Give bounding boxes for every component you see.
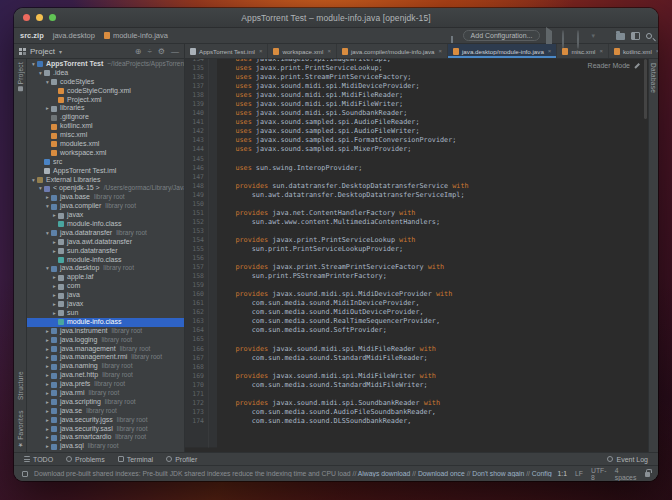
tree-item[interactable]: kotlinc.xml	[27, 122, 184, 131]
tree-item[interactable]: module-info.class	[27, 318, 184, 327]
tree-item[interactable]: misc.xml	[27, 131, 184, 140]
tree-item[interactable]: module-info.class	[27, 256, 184, 265]
editor-scrollbar[interactable]	[644, 59, 647, 119]
project-structure-icon[interactable]	[616, 33, 625, 40]
expand-arrow-icon[interactable]: ▸	[44, 193, 51, 202]
tree-item[interactable]: ▸com	[27, 282, 184, 291]
status-link[interactable]: Don't show again	[472, 470, 524, 477]
tree-item[interactable]: ▾< openjdk-15 >/Users/egormac/Library/Ja…	[27, 184, 184, 193]
search-everywhere-icon[interactable]	[646, 33, 652, 39]
tool-tab-favorites[interactable]: ★Favorites	[17, 410, 24, 449]
status-link[interactable]: Download once	[418, 470, 465, 477]
expand-arrow-icon[interactable]: ▾	[44, 264, 51, 273]
add-configuration-button[interactable]: Add Configuration...	[463, 30, 541, 41]
locate-file-icon[interactable]: ⊕	[135, 47, 142, 56]
tree-item[interactable]: Project.xml	[27, 96, 184, 105]
build-hammer-icon[interactable]	[448, 31, 457, 40]
breadcrumb-item[interactable]: java.desktop	[53, 31, 95, 40]
close-tab-icon[interactable]: ×	[548, 48, 552, 54]
status-link[interactable]: Configure...	[532, 470, 552, 477]
tree-item[interactable]: ▾codeStyles	[27, 78, 184, 87]
caret-position[interactable]: 1:1	[558, 470, 567, 477]
tree-item[interactable]: ▸java.instrumentlibrary root	[27, 327, 184, 336]
expand-arrow-icon[interactable]: ▾	[44, 229, 51, 238]
expand-arrow-icon[interactable]: ▸	[51, 273, 58, 282]
expand-arrow-icon[interactable]: ▸	[44, 389, 51, 398]
editor-tab[interactable]: kotlinc.xml×	[609, 44, 658, 58]
expand-arrow-icon[interactable]: ▸	[44, 433, 51, 442]
event-log-button[interactable]: Event Log	[607, 456, 648, 463]
debug-icon[interactable]	[561, 31, 570, 40]
tree-item[interactable]: ▸java.prefslibrary root	[27, 380, 184, 389]
tree-item[interactable]: ▾java.desktoplibrary root	[27, 264, 184, 273]
tree-item[interactable]: ▸java.scriptinglibrary root	[27, 398, 184, 407]
hide-panel-icon[interactable]: —	[171, 47, 179, 56]
expand-arrow-icon[interactable]: ▸	[51, 300, 58, 309]
tree-item[interactable]: ▸apple.laf	[27, 273, 184, 282]
tree-item[interactable]: ▸java.logginglibrary root	[27, 336, 184, 345]
layout-icon[interactable]	[631, 32, 640, 40]
expand-arrow-icon[interactable]: ▸	[44, 425, 51, 434]
close-tab-icon[interactable]: ×	[599, 48, 603, 54]
expand-arrow-icon[interactable]: ▸	[44, 416, 51, 425]
expand-arrow-icon[interactable]: ▾	[44, 78, 51, 87]
tree-item[interactable]: ▾External Libraries	[27, 176, 184, 185]
expand-arrow-icon[interactable]: ▸	[44, 353, 51, 362]
expand-arrow-icon[interactable]: ▾	[30, 176, 37, 185]
tree-item[interactable]: ▾java.datatransferlibrary root	[27, 229, 184, 238]
tree-item[interactable]: ▸java.selibrary root	[27, 407, 184, 416]
expand-arrow-icon[interactable]: ▾	[37, 184, 44, 193]
code-editor[interactable]: 1341351361371381391401411421431441451461…	[185, 59, 648, 452]
tree-item[interactable]: ▸sun	[27, 309, 184, 318]
tree-item[interactable]: ▸libraries	[27, 104, 184, 113]
lock-icon[interactable]	[645, 472, 650, 477]
chevron-down-icon[interactable]: ▾	[591, 31, 595, 40]
line-ending-widget[interactable]: LF	[575, 470, 583, 477]
indent-widget[interactable]: 4 spaces	[615, 467, 637, 481]
tool-window-button-profiler[interactable]: Profiler	[166, 456, 197, 463]
tree-item[interactable]: src	[27, 158, 184, 167]
code-content[interactable]: uses javax.imageio.spi.ImageWriterSpi; u…	[217, 59, 648, 448]
coverage-icon[interactable]	[576, 31, 585, 40]
tree-item[interactable]: ▸java.net.httplibrary root	[27, 371, 184, 380]
tree-item[interactable]: ▸sun.datatransfer	[27, 247, 184, 256]
tree-item[interactable]: ▸java.management.rmilibrary root	[27, 353, 184, 362]
editor-tab[interactable]: misc.xml×	[557, 44, 609, 58]
status-link[interactable]: Always download	[358, 470, 411, 477]
close-tab-icon[interactable]: ×	[656, 48, 658, 54]
editor-tab[interactable]: java.compiler/module-info.java×	[337, 44, 448, 58]
encoding-widget[interactable]: UTF-8	[591, 467, 607, 481]
settings-gear-icon[interactable]: ⚙	[158, 47, 165, 56]
project-panel-header[interactable]: Project ▾ ⊕ ÷ ⚙ —	[14, 44, 185, 58]
expand-arrow-icon[interactable]: ▸	[51, 238, 58, 247]
tree-item[interactable]: ▸javax	[27, 211, 184, 220]
tree-item[interactable]: ▸java.rmilibrary root	[27, 389, 184, 398]
expand-arrow-icon[interactable]: ▸	[51, 309, 58, 318]
expand-arrow-icon[interactable]: ▾	[44, 202, 51, 211]
breadcrumb-item[interactable]: src.zip	[20, 31, 44, 40]
expand-arrow-icon[interactable]: ▸	[44, 327, 51, 336]
expand-arrow-icon[interactable]: ▸	[51, 247, 58, 256]
expand-arrow-icon[interactable]: ▸	[44, 442, 51, 451]
close-tab-icon[interactable]: ×	[327, 48, 331, 54]
tree-item[interactable]: ▾AppsTorrent Test~/IdeaProjects/AppsTorr…	[27, 60, 184, 69]
tool-tab-structure[interactable]: Structure	[17, 371, 24, 400]
tree-item[interactable]: ▸java.sqllibrary root	[27, 442, 184, 451]
expand-arrow-icon[interactable]: ▾	[37, 69, 44, 78]
expand-arrow-icon[interactable]: ▸	[51, 291, 58, 300]
expand-arrow-icon[interactable]: ▸	[44, 371, 51, 380]
close-tab-icon[interactable]: ×	[259, 48, 263, 54]
run-icon[interactable]	[546, 31, 555, 40]
tree-item[interactable]: ▸java.baselibrary root	[27, 193, 184, 202]
project-view-chevron-icon[interactable]: ▾	[59, 48, 62, 55]
tree-item[interactable]: ▸java.naminglibrary root	[27, 362, 184, 371]
tree-item[interactable]: .gitignore	[27, 113, 184, 122]
tree-item[interactable]: AppsTorrent Test.iml	[27, 167, 184, 176]
close-tab-icon[interactable]: ×	[438, 48, 442, 54]
tool-window-button-terminal[interactable]: Terminal	[118, 456, 153, 463]
editor-tab[interactable]: AppsTorrent Test.iml×	[185, 44, 268, 58]
tool-window-button-todo[interactable]: TODO	[24, 456, 53, 463]
tree-item[interactable]: ▸java	[27, 291, 184, 300]
breadcrumb-item[interactable]: module-info.java	[104, 31, 168, 40]
tree-item[interactable]: ▸java.managementlibrary root	[27, 345, 184, 354]
